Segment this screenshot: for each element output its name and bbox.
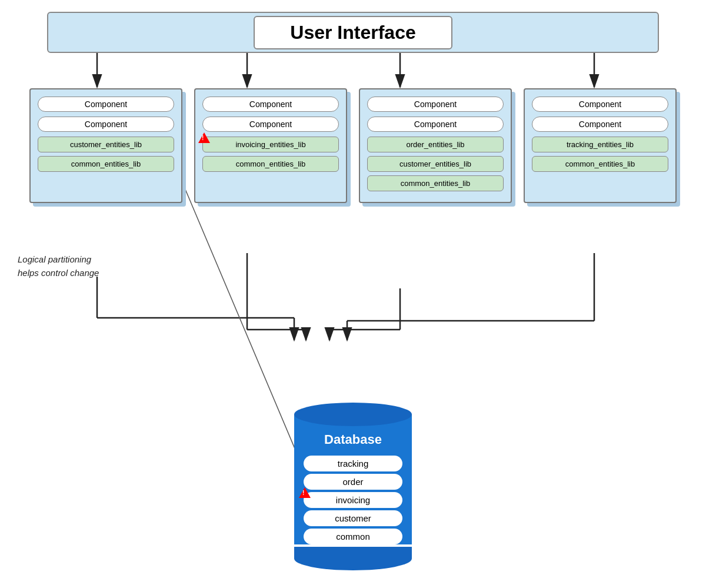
db-item-common: common (304, 529, 402, 544)
invoicing-entities-lib: invoicing_entities_lib (202, 137, 339, 152)
component-pill-8: Component (532, 117, 668, 132)
common-entities-lib-2: common_entities_lib (202, 156, 339, 172)
tracking-module: Component Component tracking_entities_li… (524, 88, 677, 203)
db-item-invoicing: invoicing (304, 492, 402, 508)
warning-triangle-db (299, 487, 311, 498)
component-pill-6: Component (367, 117, 504, 132)
modules-row: Component Component customer_entities_li… (29, 88, 677, 203)
database-body: Database tracking order invoicing custom… (294, 414, 412, 544)
component-pill-2: Component (38, 117, 174, 132)
common-entities-lib-1: common_entities_lib (38, 156, 174, 172)
tracking-entities-lib: tracking_entities_lib (532, 137, 668, 152)
database-cylinder: Database tracking order invoicing custom… (294, 403, 412, 570)
db-item-customer: customer (304, 510, 402, 526)
user-interface-label: User Interface (254, 16, 452, 49)
component-pill-5: Component (367, 97, 504, 112)
common-entities-lib-3: common_entities_lib (367, 175, 504, 191)
component-pill-4: Component (202, 117, 339, 132)
common-entities-lib-4: common_entities_lib (532, 156, 668, 172)
component-pill-7: Component (532, 97, 668, 112)
component-pill-1: Component (38, 97, 174, 112)
order-entities-lib: order_entities_lib (367, 137, 504, 152)
annotation-line2: helps control change (18, 268, 99, 278)
database-label: Database (294, 428, 412, 453)
order-module: Component Component order_entities_lib c… (359, 88, 512, 203)
customer-entities-lib: customer_entities_lib (38, 137, 174, 152)
database-top (294, 403, 412, 426)
invoicing-module: Component Component invoicing_entities_l… (194, 88, 347, 203)
db-item-order: order (304, 474, 402, 490)
ui-title: User Interface (290, 22, 415, 43)
annotation: Logical partitioning helps control chang… (18, 253, 99, 280)
db-item-tracking: tracking (304, 456, 402, 471)
database-bottom (294, 547, 412, 570)
annotation-line1: Logical partitioning (18, 254, 91, 264)
database-container: Database tracking order invoicing custom… (294, 403, 412, 570)
component-pill-3: Component (202, 97, 339, 112)
user-interface-box: User Interface (47, 12, 659, 53)
customer-module: Component Component customer_entities_li… (29, 88, 182, 203)
warning-triangle-module (198, 132, 210, 143)
customer-entities-lib-2: customer_entities_lib (367, 156, 504, 172)
svg-line-17 (182, 182, 303, 468)
